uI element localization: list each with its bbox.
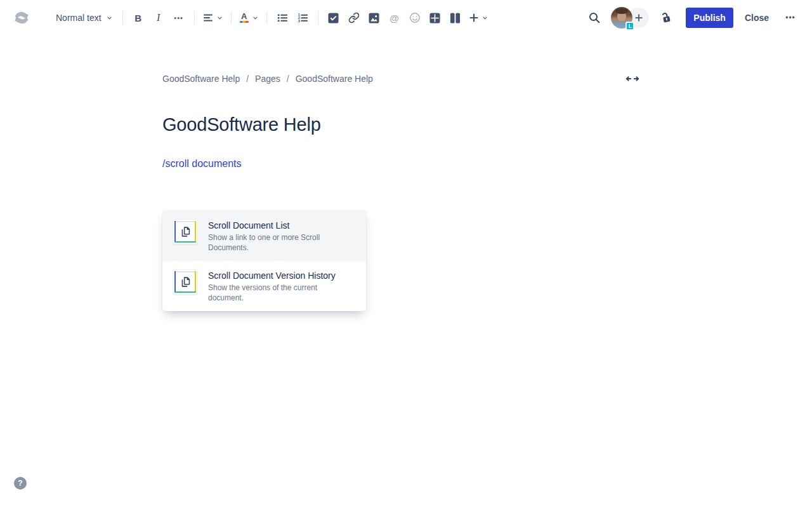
breadcrumb-separator: / <box>287 74 289 84</box>
bold-icon: B <box>134 13 141 23</box>
bold-button[interactable]: B <box>128 8 148 28</box>
text-color-dropdown[interactable]: A <box>237 8 261 28</box>
restrictions-button[interactable] <box>655 8 676 28</box>
editor-toolbar: Normal text B I ••• A 123 <box>0 0 812 36</box>
more-formatting-icon: ••• <box>174 14 183 22</box>
link-icon <box>348 12 360 23</box>
task-list-button[interactable] <box>324 8 344 28</box>
page-width-toggle[interactable] <box>625 71 639 86</box>
toolbar-right-group: L Publish Close ••• <box>584 7 801 29</box>
collaborators: L <box>611 7 649 29</box>
bullet-list-icon <box>277 12 288 23</box>
close-button[interactable]: Close <box>738 8 775 28</box>
more-formatting-button[interactable]: ••• <box>169 8 189 28</box>
menu-item-description: Show the versions of the current documen… <box>208 283 351 303</box>
chevron-down-icon <box>217 15 223 21</box>
bullet-list-button[interactable] <box>272 8 292 28</box>
breadcrumb-row: GoodSoftware Help / Pages / GoodSoftware… <box>162 36 639 86</box>
image-icon <box>369 13 379 23</box>
avatar[interactable]: L <box>611 7 632 29</box>
breadcrumb-page-link[interactable]: GoodSoftware Help <box>296 74 373 84</box>
toolbar-divider <box>266 11 267 24</box>
more-actions-button[interactable]: ••• <box>780 8 801 28</box>
plus-icon <box>469 13 479 23</box>
text-color-icon: A <box>240 13 249 23</box>
task-checkbox-icon <box>328 13 339 23</box>
text-align-dropdown[interactable] <box>200 8 226 28</box>
breadcrumb-space-link[interactable]: GoodSoftware Help <box>162 74 240 84</box>
table-icon <box>429 13 440 23</box>
layouts-button[interactable] <box>445 8 466 28</box>
expand-width-icon <box>625 74 639 83</box>
toolbar-divider <box>194 11 195 24</box>
mention-icon: @ <box>390 13 399 23</box>
plus-icon <box>634 13 643 22</box>
breadcrumb: GoodSoftware Help / Pages / GoodSoftware… <box>162 74 373 84</box>
italic-icon: I <box>155 12 162 23</box>
svg-text:3: 3 <box>298 19 300 23</box>
menu-item-scroll-document-list[interactable]: Scroll Document List Show a link to one … <box>162 211 366 261</box>
link-button[interactable] <box>344 8 364 28</box>
insert-image-button[interactable] <box>364 8 384 28</box>
chevron-down-icon <box>482 15 488 21</box>
mention-button[interactable]: @ <box>384 8 405 28</box>
toolbar-left-group: Normal text B I ••• A 123 <box>9 8 491 28</box>
editor-content: GoodSoftware Help / Pages / GoodSoftware… <box>162 36 639 170</box>
chevron-down-icon <box>107 15 112 21</box>
insert-more-dropdown[interactable] <box>466 8 491 28</box>
menu-item-title: Scroll Document Version History <box>208 269 351 282</box>
emoji-icon <box>409 12 421 23</box>
align-left-icon <box>203 13 213 23</box>
unlock-icon <box>658 11 672 25</box>
search-button[interactable] <box>584 8 605 28</box>
slash-command-menu: Scroll Document List Show a link to one … <box>162 211 366 311</box>
scroll-documents-icon <box>173 269 198 295</box>
emoji-button[interactable] <box>405 8 425 28</box>
menu-item-title: Scroll Document List <box>208 219 351 232</box>
toolbar-divider <box>122 11 123 24</box>
avatar-status-badge: L <box>625 22 634 30</box>
text-style-dropdown[interactable]: Normal text <box>51 8 117 28</box>
question-icon: ? <box>18 479 22 488</box>
numbered-list-button[interactable]: 123 <box>292 8 313 28</box>
numbered-list-icon: 123 <box>297 12 308 23</box>
breadcrumb-separator: / <box>246 74 249 84</box>
confluence-logo-icon[interactable] <box>9 8 34 28</box>
chevron-down-icon <box>252 15 258 21</box>
publish-button[interactable]: Publish <box>686 8 733 28</box>
toolbar-divider <box>318 11 318 24</box>
search-icon <box>588 11 601 24</box>
menu-item-description: Show a link to one or more Scroll Docume… <box>208 232 351 253</box>
overflow-menu-icon: ••• <box>785 13 796 22</box>
italic-button[interactable]: I <box>148 8 169 28</box>
layouts-icon <box>450 13 461 23</box>
breadcrumb-pages-link[interactable]: Pages <box>255 74 280 84</box>
insert-table-button[interactable] <box>425 8 445 28</box>
scroll-documents-icon <box>173 219 198 244</box>
help-button[interactable]: ? <box>14 477 27 490</box>
slash-command-text[interactable]: /scroll documents <box>162 158 639 170</box>
toolbar-divider <box>231 11 232 24</box>
text-style-label: Normal text <box>56 13 102 23</box>
page-title[interactable]: GoodSoftware Help <box>162 114 639 135</box>
menu-item-scroll-document-version-history[interactable]: Scroll Document Version History Show the… <box>162 261 366 311</box>
